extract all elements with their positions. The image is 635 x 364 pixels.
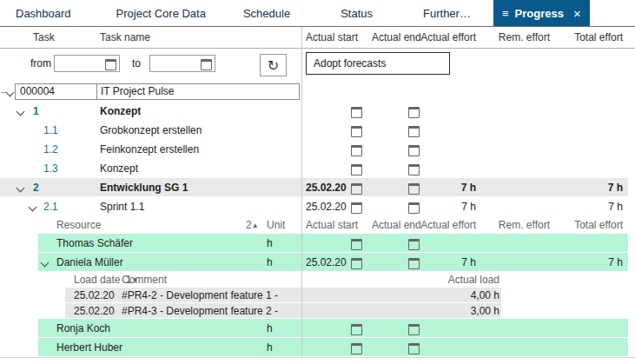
collapse-chevron-icon[interactable] (29, 203, 37, 212)
col-total-effort: Total effort (545, 27, 623, 49)
load-comment: #PR4-3 - Development feature 2 - (122, 303, 278, 319)
to-date-input[interactable] (152, 56, 197, 69)
col-actual-effort: Actual effort (400, 216, 476, 234)
col-comment: Comment (122, 272, 167, 288)
calendar-icon[interactable] (408, 145, 420, 156)
task-row: 1.3 Konzept (0, 159, 635, 178)
calendar-icon[interactable] (351, 324, 362, 335)
unit-value: h (267, 234, 273, 253)
load-comment: #PR4-2 - Development feature 1 - (122, 288, 278, 303)
task-name[interactable]: Konzept (100, 102, 141, 121)
resource-name[interactable]: Thomas Schäfer (56, 234, 133, 253)
resource-row: Herbert Huber h (0, 338, 635, 357)
project-id[interactable]: 000004 (20, 84, 55, 99)
calendar-icon[interactable] (351, 164, 362, 175)
sort-asc-icon: ▲ (252, 222, 259, 229)
task-row: 1.1 Grobkonzept erstellen (0, 121, 635, 140)
task-table: 000004 IT Project Pulse 1 Konzept 1.1 Gr… (0, 83, 635, 357)
task-name[interactable]: Entwicklung SG 1 (100, 178, 188, 197)
row-highlight (38, 338, 628, 356)
actual-start-value: 25.02.20 (306, 197, 347, 216)
sort-indicator[interactable]: 2▲ (246, 216, 259, 235)
project-name[interactable]: IT Project Pulse (101, 84, 174, 99)
calendar-icon[interactable] (408, 164, 420, 175)
from-date-field[interactable] (54, 55, 120, 72)
col-unit: Unit (267, 216, 285, 234)
actual-start-value: 25.02.20 (306, 253, 347, 272)
resource-name[interactable]: Ronja Koch (56, 319, 110, 338)
col-total-effort: Total effort (545, 216, 623, 234)
task-number[interactable]: 1 (33, 102, 39, 121)
resource-header-row: Resource 2▲ Unit Actual start Actual end… (0, 216, 635, 234)
col-resource[interactable]: Resource (56, 216, 101, 234)
calendar-icon[interactable] (408, 239, 420, 250)
from-label: from (30, 57, 51, 69)
resource-name[interactable]: Herbert Huber (56, 338, 122, 357)
tab-progress[interactable]: ≡ Progress × (493, 0, 590, 26)
tab-progress-label: Progress (515, 7, 564, 20)
actual-effort-value: 7 h (408, 178, 476, 197)
project-edit-row[interactable]: 000004 IT Project Pulse (15, 83, 300, 100)
tab-status[interactable]: Status (341, 0, 373, 26)
tab-schedule[interactable]: Schedule (243, 0, 290, 26)
task-number[interactable]: 2 (33, 178, 39, 197)
calendar-icon[interactable] (351, 145, 362, 156)
calendar-icon[interactable] (351, 343, 362, 354)
tab-further[interactable]: Further… (423, 0, 471, 26)
filter-row: from to ↻ Adopt forecasts (0, 50, 635, 83)
actual-start-value: 25.02.20 (306, 178, 347, 197)
calendar-icon[interactable] (408, 126, 420, 137)
column-header-row: Task Task name Actual start Actual end A… (0, 27, 635, 49)
load-date-value: 25.02.20 (74, 288, 115, 303)
calendar-icon[interactable] (351, 202, 362, 214)
collapse-chevron-icon[interactable] (17, 108, 25, 116)
field-divider (96, 84, 97, 99)
task-number[interactable]: 1.1 (43, 121, 58, 140)
resource-row: Ronja Koch h (0, 319, 635, 338)
column-divider (301, 27, 302, 357)
menu-icon[interactable]: ≡ (502, 7, 509, 20)
task-name[interactable]: Konzept (100, 159, 138, 178)
adopt-forecasts-button[interactable]: Adopt forecasts (306, 52, 450, 75)
actual-load-value: 4,00 h (417, 288, 499, 303)
actual-effort-value: 7 h (408, 253, 476, 272)
calendar-icon[interactable] (351, 183, 362, 195)
calendar-icon[interactable] (201, 59, 212, 70)
unit-value: h (267, 253, 273, 272)
from-date-input[interactable] (56, 56, 102, 69)
resource-name[interactable]: Daniela Müller (56, 253, 123, 272)
calendar-icon[interactable] (105, 59, 116, 70)
tab-dashboard[interactable]: Dashboard (16, 0, 71, 26)
collapse-chevron-icon[interactable] (6, 89, 15, 97)
actual-effort-value: 7 h (408, 197, 476, 216)
table-bottom-divider (0, 357, 635, 358)
to-date-field[interactable] (149, 55, 215, 72)
col-rem-effort: Rem. effort (473, 27, 550, 49)
task-name[interactable]: Feinkonzept erstellen (100, 140, 199, 159)
task-name[interactable]: Sprint 1.1 (100, 197, 144, 216)
load-row: 25.02.20 #PR4-2 - Development feature 1 … (0, 288, 635, 303)
calendar-icon[interactable] (351, 126, 362, 137)
load-header-row: Load date 1▼ Comment Actual load (0, 272, 635, 288)
task-number[interactable]: 1.3 (43, 159, 58, 178)
task-name[interactable]: Grobkonzept erstellen (100, 121, 202, 140)
calendar-icon[interactable] (351, 107, 362, 118)
calendar-icon[interactable] (351, 239, 362, 250)
calendar-icon[interactable] (408, 324, 420, 335)
row-highlight (38, 319, 628, 337)
col-actual-start: Actual start (306, 27, 358, 49)
tab-project-core-data[interactable]: Project Core Data (116, 0, 206, 26)
calendar-icon[interactable] (408, 343, 420, 354)
refresh-button[interactable]: ↻ (260, 54, 287, 76)
col-actual-effort: Actual effort (400, 27, 476, 49)
total-effort-value: 7 h (547, 253, 623, 272)
calendar-icon[interactable] (408, 107, 420, 118)
task-number[interactable]: 1.2 (43, 140, 58, 159)
close-icon[interactable]: × (573, 6, 581, 21)
load-row: 25.02.20 #PR4-3 - Development feature 2 … (0, 303, 635, 319)
calendar-icon[interactable] (351, 258, 362, 269)
task-number[interactable]: 2.1 (43, 197, 58, 216)
refresh-icon: ↻ (268, 58, 279, 73)
task-row: 1 Konzept (0, 102, 635, 121)
task-row: 2.1 Sprint 1.1 25.02.20 7 h 7 h (0, 197, 635, 216)
